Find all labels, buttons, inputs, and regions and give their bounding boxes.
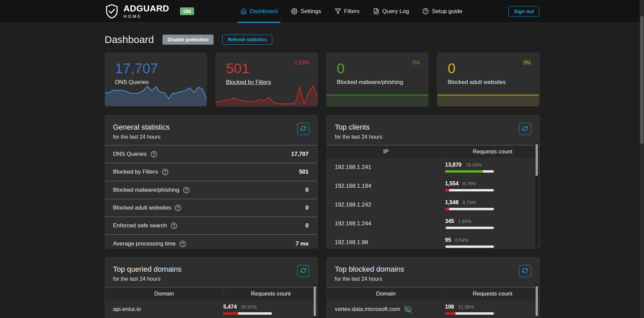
navbar: ADGUARD HOME ON DashboardSettingsFilters… xyxy=(0,0,644,23)
panel-title: General statistics xyxy=(113,123,310,132)
help-circle-icon[interactable] xyxy=(179,240,186,247)
page-scrollbar[interactable] xyxy=(640,0,644,318)
table-row: 192.168.1.2443451.95% xyxy=(327,214,539,233)
column-header-domain[interactable]: Domain xyxy=(327,287,445,300)
file-icon xyxy=(373,8,379,14)
eye-off-icon xyxy=(404,306,412,313)
table-scrollbar[interactable] xyxy=(313,284,316,318)
stat-card-blocked-adult-websites: 0%0Blocked adult websites xyxy=(437,53,539,106)
stat-row-label: Enforced safe search xyxy=(113,222,167,229)
table-header: IP Requests count xyxy=(327,145,539,158)
top-blocked-rows: vortex.data.microsoft.com10821.56% xyxy=(327,300,539,318)
home-icon xyxy=(240,8,247,14)
nav-item-setup-guide[interactable]: Setup guide xyxy=(422,0,462,22)
table-scrollbar[interactable] xyxy=(535,284,538,318)
stat-row-label: Blocked adult websites xyxy=(113,205,171,211)
panel-subtitle: for the last 24 hours xyxy=(113,134,310,140)
protection-status-badge: ON xyxy=(180,7,194,15)
dns-queries-sparkline xyxy=(105,84,206,106)
panel-subtitle: for the last 24 hours xyxy=(335,276,531,282)
column-header-ip[interactable]: IP xyxy=(327,145,445,158)
row-progress-bar xyxy=(445,245,494,248)
stat-cards-row: 17,707DNS Queries2.83%501Blocked by Filt… xyxy=(105,53,540,106)
refresh-panel-button[interactable] xyxy=(297,123,309,135)
brand: ADGUARD HOME ON xyxy=(105,4,194,19)
adguard-shield-logo-icon xyxy=(105,4,119,19)
row-progress-bar xyxy=(445,208,494,210)
row-percent: 1.95% xyxy=(458,219,471,224)
nav-item-settings[interactable]: Settings xyxy=(291,0,321,22)
row-name-link[interactable]: 192.168.1.244 xyxy=(335,220,371,227)
row-progress-bar xyxy=(445,170,494,173)
row-name-link[interactable]: vortex.data.microsoft.com xyxy=(335,306,400,313)
column-header-domain[interactable]: Domain xyxy=(105,287,224,300)
help-circle-icon[interactable] xyxy=(150,151,157,157)
table-header: Domain Requests count xyxy=(105,287,318,300)
blocked-adult-sparkline xyxy=(438,84,539,106)
stat-row-dns-queries: DNS Queries17,707 xyxy=(105,145,318,163)
refresh-statistics-button[interactable]: Refresh statistics xyxy=(222,35,272,45)
refresh-icon xyxy=(522,126,528,132)
row-count: 95 xyxy=(445,237,451,243)
stat-card-dns-queries: 17,707DNS Queries xyxy=(105,53,207,106)
help-circle-icon[interactable] xyxy=(175,205,181,211)
funnel-icon xyxy=(335,8,341,14)
stat-value: 17,707 xyxy=(115,61,198,76)
row-count: 1,554 xyxy=(445,181,459,187)
panel-top-queried-domains: Top queried domains for the last 24 hour… xyxy=(105,257,318,318)
table-row: 192.168.1.1941,5548.78% xyxy=(327,177,539,195)
help-circle-icon[interactable] xyxy=(183,187,190,193)
stat-row-value: 17,707 xyxy=(291,151,309,157)
table-scrollbar-thumb[interactable] xyxy=(314,286,316,316)
disable-protection-button[interactable]: Disable protection xyxy=(163,35,214,45)
table-row: 192.168.1.98950.54% xyxy=(327,233,539,248)
stat-value: 0 xyxy=(337,61,420,76)
column-header-requests-count[interactable]: Requests count xyxy=(223,287,317,300)
panel-subtitle: for the last 24 hours xyxy=(113,276,310,282)
table-scrollbar-thumb[interactable] xyxy=(536,286,538,316)
stat-card-blocked-by-filters: 2.83%501Blocked by Filters xyxy=(216,53,318,106)
stat-row-blocked-malware-phishing: Blocked malware/phishing0 xyxy=(105,181,318,199)
panel-title: Top clients xyxy=(335,123,531,132)
nav-item-query-log[interactable]: Query Log xyxy=(373,0,409,22)
table-scrollbar[interactable] xyxy=(535,142,538,247)
row-name-link[interactable]: 192.168.1.241 xyxy=(335,164,371,171)
refresh-icon xyxy=(301,126,306,132)
panel-title: Top queried domains xyxy=(113,265,310,274)
sign-out-button[interactable]: Sign out xyxy=(508,6,539,16)
row-progress-bar xyxy=(445,189,494,191)
refresh-panel-button[interactable] xyxy=(297,265,309,277)
stat-row-value: 0 xyxy=(306,222,309,229)
nav-item-dashboard[interactable]: Dashboard xyxy=(240,0,278,22)
brand-name: ADGUARD xyxy=(124,4,169,13)
column-header-requests-count[interactable]: Requests count xyxy=(445,145,539,158)
row-name-link[interactable]: 192.168.1.242 xyxy=(335,201,371,208)
row-percent: 8.78% xyxy=(463,181,476,186)
refresh-panel-button[interactable] xyxy=(519,123,531,135)
panel-title: Top blocked domains xyxy=(335,265,531,274)
main-content: Dashboard Disable protection Refresh sta… xyxy=(105,23,540,318)
table-scrollbar-thumb[interactable] xyxy=(536,144,538,176)
row-percent: 30.91% xyxy=(241,304,257,310)
panel-top-clients: Top clients for the last 24 hours IP Req… xyxy=(326,115,540,248)
help-circle-icon[interactable] xyxy=(162,169,169,175)
stat-percent: 0% xyxy=(412,60,420,66)
nav-item-filters[interactable]: Filters xyxy=(335,0,360,22)
stat-percent: 2.83% xyxy=(294,60,309,66)
row-name-link[interactable]: 192.168.1.98 xyxy=(335,239,368,246)
refresh-panel-button[interactable] xyxy=(519,265,531,277)
stat-row-blocked-adult-websites: Blocked adult websites0 xyxy=(105,199,318,217)
row-progress-bar xyxy=(445,227,494,229)
row-percent: 21.56% xyxy=(458,304,474,310)
row-name-link[interactable]: 192.168.1.194 xyxy=(335,183,371,189)
panel-general-statistics: General statistics for the last 24 hours… xyxy=(105,115,318,248)
table-row: vortex.data.microsoft.com10821.56% xyxy=(327,300,539,318)
blocked-malware-sparkline xyxy=(327,84,428,106)
help-circle-icon[interactable] xyxy=(171,222,177,229)
row-name-link[interactable]: api.entur.io xyxy=(113,306,141,313)
table-header: Domain Requests count xyxy=(327,287,539,300)
stat-value: 0 xyxy=(448,61,531,76)
page-scrollbar-thumb[interactable] xyxy=(640,16,643,144)
column-header-requests-count[interactable]: Requests count xyxy=(445,287,539,300)
row-percent: 78.33% xyxy=(465,162,481,168)
